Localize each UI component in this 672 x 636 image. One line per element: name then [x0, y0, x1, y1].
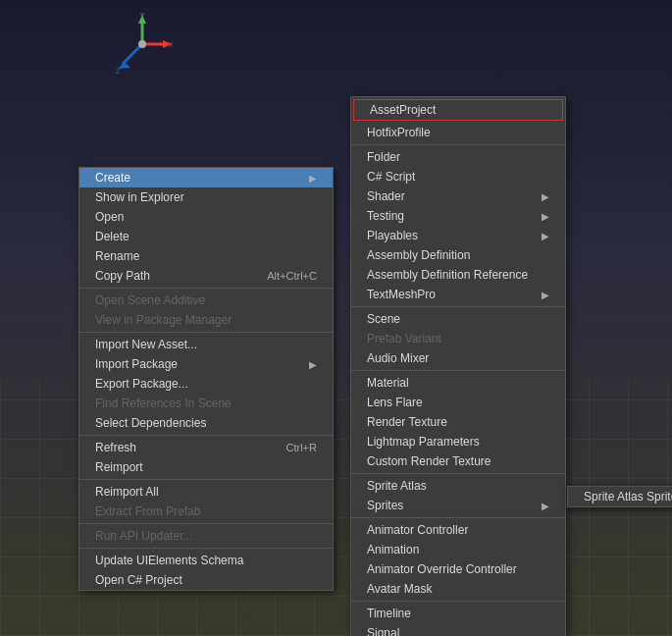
left-menu-item-label-4: Rename [95, 249, 139, 263]
right-menu-item-3[interactable]: C# Script [351, 167, 565, 186]
right-menu-separator-9 [351, 306, 565, 307]
right-menu-separator-1 [351, 144, 565, 145]
right-menu-item-17[interactable]: Custom Render Texture [351, 451, 565, 471]
svg-text:X: X [169, 41, 174, 48]
left-menu-item-5[interactable]: Copy PathAlt+Ctrl+C [79, 266, 333, 286]
right-menu-item-12[interactable]: Audio Mixer [351, 348, 565, 368]
right-menu-item-20[interactable]: Animator Controller [351, 520, 565, 540]
right-menu-item-22[interactable]: Animator Override Controller [351, 559, 565, 579]
left-menu-item-7: View in Package Manager [79, 310, 333, 330]
right-menu-item-label-9: TextMeshPro [367, 288, 436, 301]
left-menu-item-15[interactable]: Reimport All [79, 482, 333, 502]
left-menu-item-14[interactable]: Reimport [79, 457, 333, 477]
scene-gizmo: Y X Z [108, 10, 177, 79]
left-menu-item-18[interactable]: Update UIElements Schema [79, 551, 333, 570]
right-menu-item-label-6: Playables [367, 229, 418, 242]
left-menu-item-label-13: Refresh [95, 441, 136, 454]
left-menu-item-9[interactable]: Import Package▶ [79, 354, 333, 374]
right-menu-item-14[interactable]: Lens Flare [351, 393, 565, 412]
left-menu-shortcut-13: Ctrl+R [286, 442, 317, 453]
right-menu-item-label-22: Animator Override Controller [367, 562, 517, 576]
right-menu-item-10[interactable]: Scene [351, 309, 565, 329]
svg-point-9 [138, 40, 146, 48]
left-menu-item-label-6: Open Scene Additive [95, 293, 205, 307]
left-menu-item-13[interactable]: RefreshCtrl+R [79, 438, 333, 457]
left-menu-item-0[interactable]: Create▶ [79, 168, 333, 187]
sprites-submenu: Sprite Atlas Sprites [567, 486, 672, 507]
right-menu-item-label-0: AssetProject [370, 103, 436, 117]
right-menu-item-4[interactable]: Shader▶ [351, 186, 565, 206]
left-menu-item-label-3: Delete [95, 230, 129, 243]
right-menu-arrow-5: ▶ [542, 211, 549, 222]
left-menu-item-label-2: Open [95, 210, 124, 224]
right-menu-item-11: Prefab Variant [351, 329, 565, 348]
left-menu-item-label-15: Reimport All [95, 485, 159, 499]
left-menu-item-label-1: Show in Explorer [95, 190, 184, 204]
sprites-submenu-item-0[interactable]: Sprite Atlas Sprites [568, 487, 672, 506]
right-menu-item-18[interactable]: Sprite Atlas [351, 476, 565, 496]
left-context-menu: Create▶Show in ExplorerOpenDeleteRenameC… [78, 167, 334, 591]
left-menu-separator-7 [79, 332, 333, 333]
left-menu-item-label-14: Reimport [95, 460, 143, 474]
right-menu-item-8[interactable]: Assembly Definition Reference [351, 265, 565, 285]
right-menu-item-label-7: Assembly Definition [367, 248, 470, 262]
left-menu-separator-17 [79, 548, 333, 549]
right-menu-separator-17 [351, 473, 565, 474]
right-menu-item-5[interactable]: Testing▶ [351, 206, 565, 226]
left-menu-item-17: Run API Updater... [79, 526, 333, 546]
right-menu-item-label-20: Animator Controller [367, 523, 468, 537]
right-menu-separator-23 [351, 601, 565, 602]
right-menu-item-15[interactable]: Render Texture [351, 412, 565, 432]
left-menu-item-11: Find References In Scene [79, 394, 333, 413]
right-menu-arrow-4: ▶ [542, 191, 549, 202]
left-menu-separator-12 [79, 435, 333, 436]
right-menu-item-23[interactable]: Avatar Mask [351, 579, 565, 599]
left-menu-item-8[interactable]: Import New Asset... [79, 335, 333, 354]
left-menu-item-2[interactable]: Open [79, 207, 333, 227]
right-menu-arrow-6: ▶ [542, 231, 549, 241]
right-menu-item-6[interactable]: Playables▶ [351, 226, 565, 245]
left-menu-item-label-0: Create [95, 171, 130, 185]
right-menu-item-21[interactable]: Animation [351, 540, 565, 559]
left-menu-item-label-18: Update UIElements Schema [95, 554, 243, 567]
left-menu-item-6: Open Scene Additive [79, 291, 333, 310]
right-menu-arrow-9: ▶ [542, 290, 549, 300]
right-menu-item-13[interactable]: Material [351, 373, 565, 393]
right-menu-item-9[interactable]: TextMeshPro▶ [351, 285, 565, 304]
right-menu-item-19[interactable]: Sprites▶ [351, 496, 565, 515]
left-menu-item-label-17: Run API Updater... [95, 529, 192, 543]
right-context-menu: AssetProjectHotfixProfileFolderC# Script… [350, 96, 566, 636]
left-menu-item-16: Extract From Prefab [79, 502, 333, 521]
right-menu-item-24[interactable]: Timeline [351, 604, 565, 623]
right-menu-item-label-14: Lens Flare [367, 396, 423, 409]
left-menu-item-1[interactable]: Show in Explorer [79, 187, 333, 207]
svg-line-4 [123, 44, 142, 64]
left-menu-item-label-5: Copy Path [95, 269, 150, 283]
right-menu-arrow-19: ▶ [542, 501, 549, 511]
right-menu-item-7[interactable]: Assembly Definition [351, 245, 565, 265]
left-menu-separator-14 [79, 479, 333, 480]
right-menu-item-label-10: Scene [367, 312, 400, 326]
right-menu-item-2[interactable]: Folder [351, 147, 565, 167]
right-menu-item-label-15: Render Texture [367, 415, 447, 429]
right-menu-item-label-24: Timeline [367, 607, 411, 620]
left-menu-arrow-0: ▶ [309, 173, 317, 184]
left-menu-item-label-12: Select Dependencies [95, 416, 206, 430]
right-menu-item-0[interactable]: AssetProject [354, 100, 562, 120]
left-menu-item-3[interactable]: Delete [79, 227, 333, 246]
right-menu-item-label-2: Folder [367, 150, 400, 164]
left-menu-separator-5 [79, 288, 333, 289]
right-menu-item-label-5: Testing [367, 209, 404, 223]
left-menu-item-12[interactable]: Select Dependencies [79, 413, 333, 433]
left-menu-item-19[interactable]: Open C# Project [79, 570, 333, 590]
right-menu-item-label-13: Material [367, 376, 409, 390]
left-menu-item-10[interactable]: Export Package... [79, 374, 333, 394]
right-menu-item-25[interactable]: Signal [351, 623, 565, 636]
right-menu-item-16[interactable]: Lightmap Parameters [351, 432, 565, 451]
svg-text:Z: Z [116, 68, 121, 75]
left-menu-separator-16 [79, 523, 333, 524]
left-menu-item-4[interactable]: Rename [79, 246, 333, 266]
right-menu-item-1[interactable]: HotfixProfile [351, 123, 565, 142]
right-menu-item-label-25: Signal [367, 626, 399, 636]
right-menu-item-label-17: Custom Render Texture [367, 454, 491, 468]
